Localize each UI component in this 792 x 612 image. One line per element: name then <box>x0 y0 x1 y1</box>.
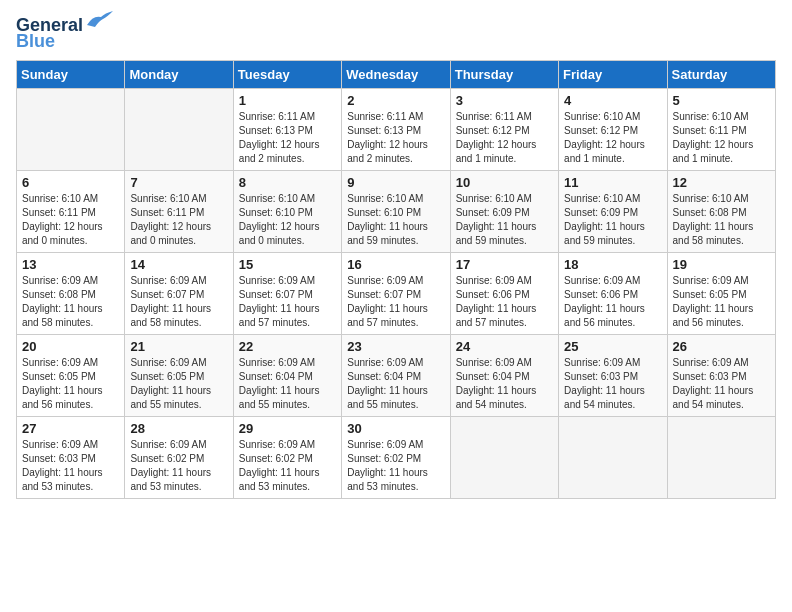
day-info: Sunrise: 6:09 AM Sunset: 6:04 PM Dayligh… <box>239 356 336 412</box>
calendar-cell: 24Sunrise: 6:09 AM Sunset: 6:04 PM Dayli… <box>450 334 558 416</box>
day-info: Sunrise: 6:09 AM Sunset: 6:08 PM Dayligh… <box>22 274 119 330</box>
calendar-cell: 7Sunrise: 6:10 AM Sunset: 6:11 PM Daylig… <box>125 170 233 252</box>
calendar-cell <box>17 88 125 170</box>
day-number: 7 <box>130 175 227 190</box>
calendar-cell: 10Sunrise: 6:10 AM Sunset: 6:09 PM Dayli… <box>450 170 558 252</box>
day-info: Sunrise: 6:11 AM Sunset: 6:13 PM Dayligh… <box>347 110 444 166</box>
calendar-cell <box>125 88 233 170</box>
calendar-cell: 16Sunrise: 6:09 AM Sunset: 6:07 PM Dayli… <box>342 252 450 334</box>
calendar-cell: 25Sunrise: 6:09 AM Sunset: 6:03 PM Dayli… <box>559 334 667 416</box>
day-info: Sunrise: 6:09 AM Sunset: 6:03 PM Dayligh… <box>564 356 661 412</box>
day-number: 10 <box>456 175 553 190</box>
day-number: 5 <box>673 93 770 108</box>
day-number: 13 <box>22 257 119 272</box>
calendar-cell: 12Sunrise: 6:10 AM Sunset: 6:08 PM Dayli… <box>667 170 775 252</box>
calendar-cell: 21Sunrise: 6:09 AM Sunset: 6:05 PM Dayli… <box>125 334 233 416</box>
day-number: 17 <box>456 257 553 272</box>
day-number: 18 <box>564 257 661 272</box>
header: General Blue <box>16 16 776 52</box>
calendar-cell: 18Sunrise: 6:09 AM Sunset: 6:06 PM Dayli… <box>559 252 667 334</box>
day-number: 4 <box>564 93 661 108</box>
day-info: Sunrise: 6:09 AM Sunset: 6:07 PM Dayligh… <box>347 274 444 330</box>
calendar-cell: 6Sunrise: 6:10 AM Sunset: 6:11 PM Daylig… <box>17 170 125 252</box>
day-info: Sunrise: 6:10 AM Sunset: 6:11 PM Dayligh… <box>130 192 227 248</box>
day-info: Sunrise: 6:09 AM Sunset: 6:05 PM Dayligh… <box>130 356 227 412</box>
day-info: Sunrise: 6:09 AM Sunset: 6:04 PM Dayligh… <box>456 356 553 412</box>
day-number: 22 <box>239 339 336 354</box>
calendar-cell: 26Sunrise: 6:09 AM Sunset: 6:03 PM Dayli… <box>667 334 775 416</box>
calendar-cell: 9Sunrise: 6:10 AM Sunset: 6:10 PM Daylig… <box>342 170 450 252</box>
weekday-header-sunday: Sunday <box>17 60 125 88</box>
calendar-cell <box>450 416 558 498</box>
day-number: 9 <box>347 175 444 190</box>
calendar-week-1: 1Sunrise: 6:11 AM Sunset: 6:13 PM Daylig… <box>17 88 776 170</box>
day-info: Sunrise: 6:11 AM Sunset: 6:12 PM Dayligh… <box>456 110 553 166</box>
day-number: 16 <box>347 257 444 272</box>
calendar-cell: 8Sunrise: 6:10 AM Sunset: 6:10 PM Daylig… <box>233 170 341 252</box>
day-info: Sunrise: 6:09 AM Sunset: 6:06 PM Dayligh… <box>564 274 661 330</box>
calendar-cell: 15Sunrise: 6:09 AM Sunset: 6:07 PM Dayli… <box>233 252 341 334</box>
weekday-header-thursday: Thursday <box>450 60 558 88</box>
weekday-header-wednesday: Wednesday <box>342 60 450 88</box>
day-number: 11 <box>564 175 661 190</box>
logo-bird-icon <box>85 7 115 31</box>
weekday-header-row: SundayMondayTuesdayWednesdayThursdayFrid… <box>17 60 776 88</box>
calendar-cell: 2Sunrise: 6:11 AM Sunset: 6:13 PM Daylig… <box>342 88 450 170</box>
day-number: 19 <box>673 257 770 272</box>
calendar-cell <box>667 416 775 498</box>
day-info: Sunrise: 6:09 AM Sunset: 6:02 PM Dayligh… <box>347 438 444 494</box>
day-number: 27 <box>22 421 119 436</box>
day-number: 1 <box>239 93 336 108</box>
calendar-cell: 13Sunrise: 6:09 AM Sunset: 6:08 PM Dayli… <box>17 252 125 334</box>
day-number: 26 <box>673 339 770 354</box>
day-info: Sunrise: 6:09 AM Sunset: 6:03 PM Dayligh… <box>22 438 119 494</box>
calendar-table: SundayMondayTuesdayWednesdayThursdayFrid… <box>16 60 776 499</box>
calendar-cell: 28Sunrise: 6:09 AM Sunset: 6:02 PM Dayli… <box>125 416 233 498</box>
calendar-cell: 1Sunrise: 6:11 AM Sunset: 6:13 PM Daylig… <box>233 88 341 170</box>
weekday-header-monday: Monday <box>125 60 233 88</box>
day-number: 3 <box>456 93 553 108</box>
day-number: 28 <box>130 421 227 436</box>
day-number: 6 <box>22 175 119 190</box>
weekday-header-tuesday: Tuesday <box>233 60 341 88</box>
calendar-cell <box>559 416 667 498</box>
day-info: Sunrise: 6:10 AM Sunset: 6:11 PM Dayligh… <box>22 192 119 248</box>
day-info: Sunrise: 6:11 AM Sunset: 6:13 PM Dayligh… <box>239 110 336 166</box>
calendar-cell: 20Sunrise: 6:09 AM Sunset: 6:05 PM Dayli… <box>17 334 125 416</box>
day-info: Sunrise: 6:09 AM Sunset: 6:05 PM Dayligh… <box>673 274 770 330</box>
calendar-cell: 17Sunrise: 6:09 AM Sunset: 6:06 PM Dayli… <box>450 252 558 334</box>
day-number: 29 <box>239 421 336 436</box>
calendar-cell: 22Sunrise: 6:09 AM Sunset: 6:04 PM Dayli… <box>233 334 341 416</box>
logo: General Blue <box>16 16 115 52</box>
calendar-cell: 29Sunrise: 6:09 AM Sunset: 6:02 PM Dayli… <box>233 416 341 498</box>
day-number: 21 <box>130 339 227 354</box>
day-number: 20 <box>22 339 119 354</box>
calendar-cell: 30Sunrise: 6:09 AM Sunset: 6:02 PM Dayli… <box>342 416 450 498</box>
calendar-week-5: 27Sunrise: 6:09 AM Sunset: 6:03 PM Dayli… <box>17 416 776 498</box>
calendar-cell: 23Sunrise: 6:09 AM Sunset: 6:04 PM Dayli… <box>342 334 450 416</box>
day-info: Sunrise: 6:10 AM Sunset: 6:11 PM Dayligh… <box>673 110 770 166</box>
calendar-cell: 3Sunrise: 6:11 AM Sunset: 6:12 PM Daylig… <box>450 88 558 170</box>
weekday-header-saturday: Saturday <box>667 60 775 88</box>
day-info: Sunrise: 6:09 AM Sunset: 6:07 PM Dayligh… <box>239 274 336 330</box>
calendar-cell: 4Sunrise: 6:10 AM Sunset: 6:12 PM Daylig… <box>559 88 667 170</box>
day-info: Sunrise: 6:10 AM Sunset: 6:12 PM Dayligh… <box>564 110 661 166</box>
day-info: Sunrise: 6:09 AM Sunset: 6:04 PM Dayligh… <box>347 356 444 412</box>
calendar-body: 1Sunrise: 6:11 AM Sunset: 6:13 PM Daylig… <box>17 88 776 498</box>
calendar-week-4: 20Sunrise: 6:09 AM Sunset: 6:05 PM Dayli… <box>17 334 776 416</box>
day-number: 12 <box>673 175 770 190</box>
day-info: Sunrise: 6:09 AM Sunset: 6:06 PM Dayligh… <box>456 274 553 330</box>
day-info: Sunrise: 6:09 AM Sunset: 6:03 PM Dayligh… <box>673 356 770 412</box>
day-info: Sunrise: 6:09 AM Sunset: 6:02 PM Dayligh… <box>239 438 336 494</box>
day-info: Sunrise: 6:10 AM Sunset: 6:10 PM Dayligh… <box>347 192 444 248</box>
day-number: 24 <box>456 339 553 354</box>
day-info: Sunrise: 6:10 AM Sunset: 6:09 PM Dayligh… <box>456 192 553 248</box>
weekday-header-friday: Friday <box>559 60 667 88</box>
day-number: 25 <box>564 339 661 354</box>
day-info: Sunrise: 6:10 AM Sunset: 6:10 PM Dayligh… <box>239 192 336 248</box>
calendar-cell: 11Sunrise: 6:10 AM Sunset: 6:09 PM Dayli… <box>559 170 667 252</box>
calendar-week-3: 13Sunrise: 6:09 AM Sunset: 6:08 PM Dayli… <box>17 252 776 334</box>
day-info: Sunrise: 6:09 AM Sunset: 6:07 PM Dayligh… <box>130 274 227 330</box>
day-info: Sunrise: 6:09 AM Sunset: 6:05 PM Dayligh… <box>22 356 119 412</box>
day-number: 2 <box>347 93 444 108</box>
